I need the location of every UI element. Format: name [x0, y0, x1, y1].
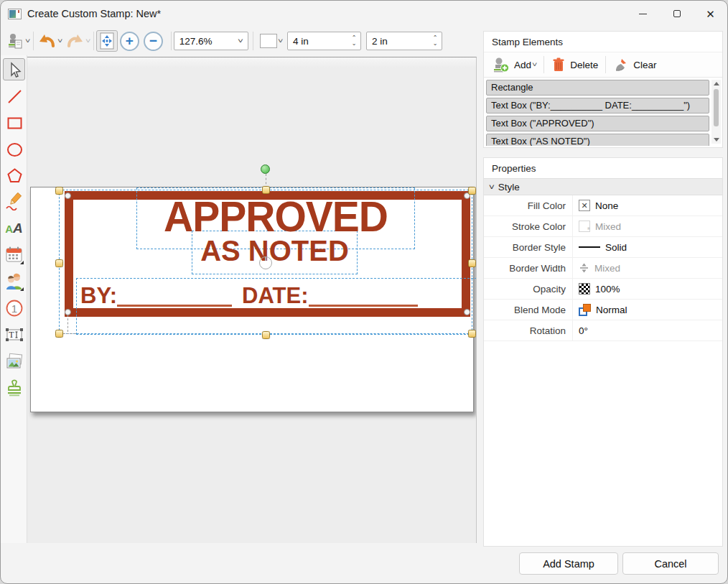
resize-handle-sw[interactable]	[55, 330, 63, 338]
rotation-value[interactable]: 0°	[573, 320, 722, 340]
tool-line[interactable]	[3, 85, 25, 107]
stamp-date-label: DATE:	[242, 283, 308, 309]
properties-title: Properties	[484, 158, 722, 178]
element-list-item[interactable]: Text Box ("BY:__________ DATE:__________…	[486, 98, 709, 113]
tool-stamp[interactable]	[3, 376, 25, 399]
delete-element-button[interactable]: Delete	[547, 55, 602, 75]
stamp-elements-toolbar: Add ˅ Delete Clear	[484, 52, 722, 78]
resize-handle-s[interactable]	[262, 331, 270, 339]
submenu-indicator-icon	[20, 287, 24, 291]
minimize-icon	[639, 14, 647, 14]
list-scrollbar[interactable]	[711, 80, 721, 144]
plus-icon: +	[126, 33, 134, 49]
tool-text-field[interactable]: T	[3, 323, 25, 346]
tool-image[interactable]	[3, 350, 25, 372]
stamp-height-value: 2 in	[367, 36, 429, 47]
element-list-item[interactable]: Rectangle	[486, 80, 709, 96]
spinner-arrows-icon[interactable]: ⌃⌄	[347, 35, 360, 47]
add-stamp-button[interactable]: Add Stamp	[519, 552, 618, 575]
prop-value-text: Mixed	[595, 221, 621, 232]
color-picker-dropdown[interactable]: ˅	[256, 30, 284, 52]
zoom-level-combobox[interactable]: 127.6% ˅	[174, 32, 248, 50]
rotate-handle[interactable]	[261, 164, 270, 174]
stamp-text-as-noted: AS NOTED	[192, 235, 358, 267]
zoom-level-value: 127.6%	[174, 36, 233, 47]
zoom-in-button[interactable]: +	[120, 32, 139, 51]
property-row-opacity: Opacity 100%	[484, 279, 722, 300]
rect-corner-dot[interactable]	[464, 309, 470, 315]
stamp-tool-button[interactable]: ˅	[4, 30, 31, 52]
property-row-border-style: Border Style Solid	[484, 237, 722, 258]
stamp-text-by-date: BY:DATE:	[80, 283, 418, 309]
fill-color-value[interactable]: ✕ None	[573, 195, 722, 215]
guide-dash	[63, 333, 76, 334]
tool-select[interactable]	[3, 58, 25, 80]
clear-elements-button[interactable]: Clear	[609, 55, 661, 75]
tool-polygon[interactable]	[3, 164, 25, 186]
cancel-button[interactable]: Cancel	[622, 552, 719, 575]
minimize-button[interactable]	[626, 1, 660, 27]
resize-handle-ne[interactable]	[468, 187, 476, 195]
clear-brush-icon	[613, 57, 629, 73]
opacity-value[interactable]: 100%	[573, 279, 722, 299]
mixed-color-icon	[579, 221, 590, 232]
stroke-color-value[interactable]: Mixed	[573, 216, 722, 236]
tool-freehand[interactable]	[3, 190, 25, 213]
image-icon	[5, 352, 24, 371]
svg-text:1: 1	[11, 302, 17, 314]
stamp-elements-title: Stamp Elements	[484, 32, 722, 52]
close-button[interactable]: ✕	[694, 1, 727, 27]
undo-icon	[37, 32, 57, 50]
maximize-button[interactable]	[660, 1, 694, 27]
by-underline	[117, 305, 232, 307]
prop-label: Stroke Color	[484, 216, 573, 236]
tool-text[interactable]: AA	[3, 217, 25, 239]
stamp-canvas[interactable]: APPROVED AS NOTED BY:DATE:	[27, 57, 477, 543]
resize-handle-e[interactable]	[468, 259, 476, 267]
stamp-icon	[5, 379, 24, 397]
zoom-out-button[interactable]: −	[144, 32, 163, 51]
stamp-height-spinner[interactable]: 2 in ⌃⌄	[366, 32, 442, 50]
element-list-item[interactable]: Text Box ("APPROVED")	[486, 116, 709, 131]
border-style-value[interactable]: Solid	[573, 237, 722, 257]
scroll-up-icon[interactable]	[711, 80, 721, 88]
prop-label: Fill Color	[484, 195, 573, 215]
text-icon: AA	[5, 221, 23, 236]
tool-number[interactable]: 1	[3, 297, 25, 319]
scroll-down-icon[interactable]	[711, 136, 721, 144]
svg-text:T: T	[9, 330, 14, 340]
submenu-indicator-icon	[20, 261, 24, 264]
prop-value-text: Solid	[605, 242, 627, 253]
resize-handle-se[interactable]	[468, 330, 476, 338]
scrollbar-thumb[interactable]	[714, 89, 719, 126]
redo-chevron-icon: ˅	[85, 37, 90, 45]
prop-value-text: Normal	[596, 305, 627, 315]
tool-ellipse[interactable]	[3, 138, 25, 160]
stamp-elements-list: Rectangle Text Box ("BY:__________ DATE:…	[484, 78, 722, 146]
rotation-pivot[interactable]	[259, 256, 272, 269]
add-stamp-icon	[493, 57, 510, 73]
element-list-item[interactable]: Text Box ("AS NOTED")	[486, 134, 709, 146]
resize-handle-w[interactable]	[55, 259, 63, 267]
rect-corner-dot[interactable]	[65, 193, 71, 199]
date-underline	[309, 305, 418, 307]
color-swatch	[260, 34, 277, 48]
fit-page-toggle[interactable]	[96, 30, 118, 52]
blend-mode-value[interactable]: Normal	[573, 300, 722, 320]
spinner-arrows-icon[interactable]: ⌃⌄	[429, 35, 442, 47]
clear-label: Clear	[633, 60, 656, 70]
tool-people[interactable]	[3, 270, 25, 292]
tool-rectangle[interactable]	[3, 111, 25, 134]
tool-date[interactable]	[3, 244, 25, 266]
border-width-value[interactable]: Mixed	[573, 258, 722, 278]
redo-button[interactable]: ˅	[64, 30, 91, 52]
property-row-blend-mode: Blend Mode Normal	[484, 300, 722, 320]
resize-handle-nw[interactable]	[55, 187, 63, 195]
add-element-button[interactable]: Add ˅	[488, 55, 541, 75]
style-section-header[interactable]: ˅ Style	[484, 178, 722, 195]
stamp-width-spinner[interactable]: 4 in ⌃⌄	[287, 32, 361, 50]
chevron-down-icon: ˅	[532, 61, 537, 68]
stamp-text-approved: APPROVED	[136, 192, 415, 241]
resize-handle-n[interactable]	[262, 186, 270, 194]
undo-button[interactable]: ˅	[36, 30, 63, 52]
